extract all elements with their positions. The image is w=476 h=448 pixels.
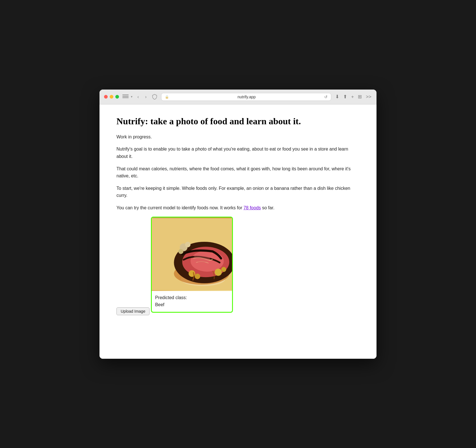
browser-chrome: ▾ ‹ › 🔒 nutrify.app ↺ ⬇ ⬆ + ⊞ >>	[99, 90, 377, 105]
lock-icon: 🔒	[165, 95, 169, 99]
new-tab-button[interactable]: +	[350, 93, 354, 100]
foods-link[interactable]: 78 foods	[243, 205, 261, 210]
svg-point-8	[178, 249, 183, 254]
paragraph-try-before: You can try the current model to identif…	[116, 205, 243, 210]
minimize-button[interactable]	[110, 95, 113, 99]
paragraph-goal: Nutrify's goal is to enable you to take …	[116, 145, 360, 160]
page-content: Nutrify: take a photo of food and learn …	[99, 105, 377, 359]
paragraph-simple: To start, we're keeping it simple. Whole…	[116, 185, 360, 199]
sidebar-toggle-button[interactable]	[122, 95, 129, 99]
chevron-down-icon: ▾	[131, 95, 133, 99]
svg-point-7	[185, 242, 191, 247]
browser-controls: ▾	[122, 95, 133, 99]
page-title: Nutrify: take a photo of food and learn …	[116, 116, 360, 127]
back-button[interactable]: ‹	[136, 93, 140, 100]
share-button[interactable]: ⬆	[343, 93, 348, 100]
maximize-button[interactable]	[115, 95, 119, 99]
forward-button[interactable]: ›	[144, 93, 148, 100]
svg-point-13	[193, 254, 210, 262]
svg-point-10	[194, 273, 200, 279]
paragraph-try-after: so far.	[261, 205, 274, 210]
download-button[interactable]: ⬇	[335, 93, 340, 100]
paragraph-work-in-progress: Work in progress.	[116, 133, 360, 141]
close-button[interactable]	[104, 95, 108, 99]
predicted-class-label: Predicted class:	[152, 291, 232, 301]
paragraph-details: That could mean calories, nutrients, whe…	[116, 165, 360, 180]
grid-view-button[interactable]: ⊞	[357, 93, 362, 100]
predicted-class-value: Beef	[152, 301, 232, 307]
paragraph-try-model: You can try the current model to identif…	[116, 204, 360, 212]
browser-window: ▾ ‹ › 🔒 nutrify.app ↺ ⬇ ⬆ + ⊞ >> Nutrify…	[99, 90, 377, 359]
more-button[interactable]: >>	[365, 93, 372, 100]
upload-image-button[interactable]: Upload Image	[116, 307, 150, 315]
refresh-button[interactable]: ↺	[324, 95, 328, 99]
svg-point-11	[215, 269, 222, 276]
traffic-lights	[104, 95, 119, 99]
url-text: nutrify.app	[171, 95, 322, 99]
svg-point-12	[221, 267, 226, 272]
shield-icon	[152, 94, 158, 100]
food-image	[152, 218, 232, 291]
url-bar[interactable]: 🔒 nutrify.app ↺	[161, 93, 332, 101]
browser-actions: ⬇ ⬆ + ⊞ >>	[335, 93, 372, 100]
result-card: Predicted class: Beef	[151, 217, 233, 313]
